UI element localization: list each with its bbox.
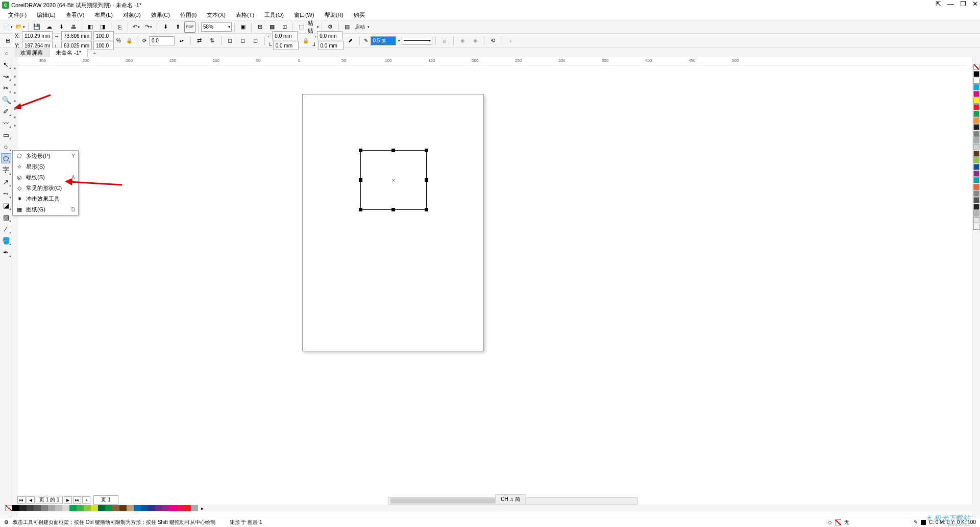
color-swatch[interactable] (55, 505, 62, 511)
crop-tool[interactable]: ✂ (1, 83, 11, 93)
no-fill-swatch[interactable] (973, 64, 979, 70)
resize-handle-e[interactable] (425, 178, 428, 182)
color-swatch[interactable] (162, 505, 169, 511)
color-swatch[interactable] (191, 505, 198, 511)
corner-chamfer-icon[interactable]: ◻ (250, 35, 261, 46)
add-page-button[interactable]: + (82, 496, 90, 504)
color-swatch[interactable] (973, 177, 979, 183)
menu-file[interactable]: 文件(F) (4, 10, 31, 20)
docker-handle-icon[interactable] (14, 67, 16, 69)
color-swatch[interactable] (12, 505, 19, 511)
corner-lock-icon[interactable]: 🔒 (300, 35, 311, 46)
resize-handle-n[interactable] (391, 149, 395, 152)
color-swatch[interactable] (98, 505, 105, 511)
menu-table[interactable]: 表格(T) (232, 10, 258, 20)
menu-buy[interactable]: 购买 (350, 10, 369, 20)
color-swatch[interactable] (973, 91, 979, 97)
menu-view[interactable]: 查看(V) (62, 10, 89, 20)
object-origin-icon[interactable]: ⊞ (2, 35, 13, 46)
color-swatch[interactable] (91, 505, 98, 511)
redo-button[interactable]: ↷▾ (143, 21, 154, 33)
close-icon[interactable]: ✕ (972, 0, 978, 8)
launch-label[interactable]: 启动 (355, 23, 365, 31)
color-swatch[interactable] (177, 505, 184, 511)
color-swatch[interactable] (69, 505, 77, 511)
color-swatch[interactable] (84, 505, 91, 511)
fill-indicator-icon[interactable]: ◇ (828, 519, 832, 525)
relative-corner-icon[interactable]: ⬈ (345, 35, 356, 46)
corner-bl-input[interactable] (273, 41, 299, 50)
menu-text[interactable]: 文本(X) (203, 10, 230, 20)
text-tool[interactable]: 字 (1, 165, 11, 175)
menu-window[interactable]: 窗口(W) (290, 10, 318, 20)
color-swatch[interactable] (973, 190, 979, 197)
color-swatch[interactable] (62, 505, 69, 511)
share-icon[interactable]: ⇱ (936, 0, 941, 8)
drop-shadow-tool[interactable]: ◪ (1, 200, 11, 210)
freehand-tool[interactable]: ✐ (1, 106, 11, 116)
transparency-tool[interactable]: ▨ (1, 212, 11, 222)
fullscreen-icon[interactable]: ▣ (237, 21, 249, 33)
color-swatch[interactable] (973, 78, 979, 84)
width-input[interactable] (61, 31, 92, 40)
gear-icon[interactable]: ⚙ (4, 519, 9, 525)
color-swatch[interactable] (973, 157, 979, 163)
zoom-level-select[interactable]: 58% (201, 22, 232, 32)
shape-tool[interactable]: ↝ (1, 71, 11, 81)
color-swatch[interactable] (973, 104, 979, 110)
tab-document[interactable]: 未命名 -1* (50, 48, 88, 58)
docker-handle-icon[interactable] (14, 116, 16, 118)
prev-page-button[interactable]: ◀ (27, 496, 35, 504)
x-position-input[interactable] (22, 31, 53, 40)
color-swatch[interactable] (155, 505, 162, 511)
menu-bitmaps[interactable]: 位图(I) (176, 10, 201, 20)
color-swatch[interactable] (973, 98, 979, 104)
color-swatch[interactable] (973, 131, 979, 137)
color-swatch[interactable] (973, 151, 979, 157)
color-swatch[interactable] (973, 144, 979, 150)
color-swatch[interactable] (27, 505, 34, 511)
color-swatch[interactable] (112, 505, 119, 511)
corner-tl-input[interactable] (272, 31, 298, 40)
back-of-layer-icon[interactable]: ◈ (470, 35, 481, 46)
docker-handle-icon[interactable] (14, 125, 16, 127)
color-swatch[interactable] (973, 137, 979, 143)
corner-tr-input[interactable] (317, 31, 342, 40)
undo-button[interactable]: ↶▾ (131, 21, 142, 33)
first-page-button[interactable]: ⏮ (17, 496, 26, 504)
artistic-media-tool[interactable]: 〰 (1, 118, 11, 128)
color-swatch[interactable] (973, 210, 979, 217)
flyout-graph-paper[interactable]: ▦ 图纸(G) D (13, 204, 78, 215)
new-doc-button[interactable]: 📄▾ (2, 21, 13, 33)
no-color-swatch[interactable] (5, 505, 12, 511)
input-mode-indicator[interactable]: CH ♫ 简 (495, 494, 526, 505)
rulers-icon[interactable]: ⊞ (254, 21, 265, 33)
color-swatch[interactable] (973, 84, 979, 90)
menu-object[interactable]: 对象(J) (119, 10, 145, 20)
color-swatch[interactable] (141, 505, 148, 511)
corner-round-icon[interactable]: ◻ (225, 35, 236, 46)
tab-welcome[interactable]: 欢迎屏幕 (14, 48, 50, 58)
outline-style-select[interactable] (402, 37, 432, 45)
polygon-tool[interactable]: ⬠ (1, 153, 11, 163)
color-swatch[interactable] (973, 111, 979, 117)
scale-x-input[interactable] (93, 31, 114, 40)
color-swatch[interactable] (973, 171, 979, 177)
interactive-fill-tool[interactable]: 🪣 (1, 235, 11, 246)
corner-scallop-icon[interactable]: ◻ (237, 35, 249, 46)
resize-handle-w[interactable] (359, 178, 362, 182)
color-eyedropper-tool[interactable]: ⁄ (1, 224, 11, 234)
color-swatch[interactable] (127, 505, 134, 511)
ellipse-tool[interactable]: ○ (1, 141, 11, 152)
color-swatch[interactable] (105, 505, 112, 511)
color-swatch[interactable] (169, 505, 177, 511)
outline-indicator-icon[interactable]: ✎ (914, 519, 918, 525)
color-swatch[interactable] (48, 505, 55, 511)
zoom-tool[interactable]: 🔍 (1, 94, 11, 105)
export-button[interactable]: ⬆ (172, 21, 183, 33)
pdf-export-icon[interactable]: PDF (184, 21, 195, 33)
convert-curves-icon[interactable]: ⟲ (487, 35, 499, 46)
corner-br-input[interactable] (318, 41, 344, 50)
menu-help[interactable]: 帮助(H) (321, 10, 348, 20)
color-swatch[interactable] (973, 117, 979, 124)
